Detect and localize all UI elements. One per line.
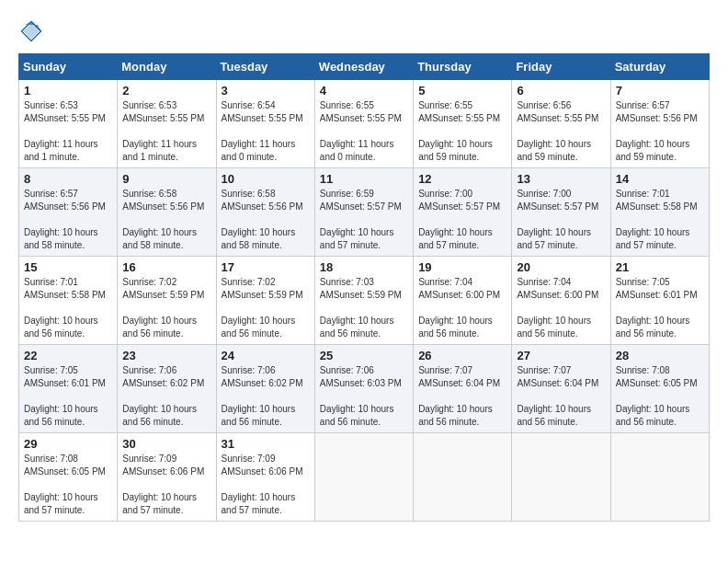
day-info: Sunrise: 7:07 AMSunset: 6:04 PMDaylight:… [517,364,605,429]
calendar-cell: 19Sunrise: 7:04 AMSunset: 6:00 PMDayligh… [414,257,512,345]
day-number: 29 [24,437,112,451]
day-number: 31 [222,437,310,451]
day-header-monday: Monday [118,54,216,80]
day-number: 2 [122,84,210,98]
day-info: Sunrise: 6:55 AMSunset: 5:55 PMDaylight:… [320,99,408,164]
calendar-week-row: 1Sunrise: 6:53 AMSunset: 5:55 PMDaylight… [19,80,710,168]
day-number: 12 [418,172,506,186]
calendar-cell: 26Sunrise: 7:07 AMSunset: 6:04 PMDayligh… [414,345,512,433]
day-number: 11 [320,172,408,186]
calendar-cell: 12Sunrise: 7:00 AMSunset: 5:57 PMDayligh… [414,168,512,257]
day-number: 10 [222,172,310,186]
calendar-cell: 20Sunrise: 7:04 AMSunset: 6:00 PMDayligh… [512,257,610,345]
day-info: Sunrise: 6:57 AMSunset: 5:56 PMDaylight:… [616,99,704,164]
day-number: 5 [418,84,506,98]
day-info: Sunrise: 6:58 AMSunset: 5:56 PMDaylight:… [122,188,210,252]
day-header-tuesday: Tuesday [216,54,314,80]
day-number: 8 [24,172,112,186]
day-number: 24 [222,349,310,362]
calendar-cell: 10Sunrise: 6:58 AMSunset: 5:56 PMDayligh… [216,168,314,257]
day-number: 25 [320,349,408,362]
calendar-cell: 15Sunrise: 7:01 AMSunset: 5:58 PMDayligh… [19,257,118,345]
day-info: Sunrise: 6:53 AMSunset: 5:55 PMDaylight:… [122,99,210,164]
calendar-cell: 14Sunrise: 7:01 AMSunset: 5:58 PMDayligh… [610,168,709,257]
day-info: Sunrise: 6:53 AMSunset: 5:55 PMDaylight:… [24,99,112,164]
calendar-cell: 4Sunrise: 6:55 AMSunset: 5:55 PMDaylight… [314,80,413,168]
day-info: Sunrise: 7:03 AMSunset: 5:59 PMDaylight:… [320,276,408,340]
day-info: Sunrise: 7:04 AMSunset: 6:00 PMDaylight:… [517,276,605,340]
calendar-cell: 7Sunrise: 6:57 AMSunset: 5:56 PMDaylight… [610,80,709,168]
day-info: Sunrise: 7:09 AMSunset: 6:06 PMDaylight:… [222,453,310,517]
day-info: Sunrise: 6:59 AMSunset: 5:57 PMDaylight:… [320,188,408,252]
day-number: 28 [616,349,704,362]
logo-icon [18,18,44,44]
calendar-cell [314,433,413,522]
calendar-cell: 6Sunrise: 6:56 AMSunset: 5:55 PMDaylight… [512,80,610,168]
calendar-week-row: 15Sunrise: 7:01 AMSunset: 5:58 PMDayligh… [19,257,710,345]
calendar-cell: 17Sunrise: 7:02 AMSunset: 5:59 PMDayligh… [216,257,314,345]
calendar-cell: 31Sunrise: 7:09 AMSunset: 6:06 PMDayligh… [216,433,314,522]
day-number: 4 [320,84,408,98]
calendar-week-row: 29Sunrise: 7:08 AMSunset: 6:05 PMDayligh… [19,433,710,522]
page-header [18,18,710,44]
logo [18,18,48,44]
calendar-cell: 16Sunrise: 7:02 AMSunset: 5:59 PMDayligh… [118,257,216,345]
calendar-cell: 11Sunrise: 6:59 AMSunset: 5:57 PMDayligh… [314,168,413,257]
day-number: 6 [517,84,605,98]
calendar-cell: 3Sunrise: 6:54 AMSunset: 5:55 PMDaylight… [216,80,314,168]
day-number: 26 [418,349,506,362]
day-number: 27 [517,349,605,362]
day-number: 13 [517,172,605,186]
day-info: Sunrise: 7:02 AMSunset: 5:59 PMDaylight:… [222,276,310,340]
day-number: 15 [24,260,112,274]
calendar-cell: 2Sunrise: 6:53 AMSunset: 5:55 PMDaylight… [118,80,216,168]
calendar-cell: 5Sunrise: 6:55 AMSunset: 5:55 PMDaylight… [414,80,512,168]
day-number: 21 [616,260,704,274]
calendar-week-row: 8Sunrise: 6:57 AMSunset: 5:56 PMDaylight… [19,168,710,257]
day-header-saturday: Saturday [610,54,709,80]
day-number: 7 [616,84,704,98]
day-info: Sunrise: 7:01 AMSunset: 5:58 PMDaylight:… [24,276,112,340]
calendar-cell: 18Sunrise: 7:03 AMSunset: 5:59 PMDayligh… [314,257,413,345]
day-info: Sunrise: 7:05 AMSunset: 6:01 PMDaylight:… [24,364,112,429]
calendar-cell [414,433,512,522]
day-info: Sunrise: 7:07 AMSunset: 6:04 PMDaylight:… [418,364,506,429]
day-header-sunday: Sunday [19,54,118,80]
day-header-wednesday: Wednesday [314,54,413,80]
day-info: Sunrise: 7:08 AMSunset: 6:05 PMDaylight:… [616,364,704,429]
day-info: Sunrise: 7:02 AMSunset: 5:59 PMDaylight:… [122,276,210,340]
day-number: 16 [122,260,210,274]
calendar-cell: 28Sunrise: 7:08 AMSunset: 6:05 PMDayligh… [610,345,709,433]
day-info: Sunrise: 7:05 AMSunset: 6:01 PMDaylight:… [616,276,704,340]
calendar-week-row: 22Sunrise: 7:05 AMSunset: 6:01 PMDayligh… [19,345,710,433]
day-info: Sunrise: 7:01 AMSunset: 5:58 PMDaylight:… [616,188,704,252]
calendar-cell: 22Sunrise: 7:05 AMSunset: 6:01 PMDayligh… [19,345,118,433]
day-info: Sunrise: 6:56 AMSunset: 5:55 PMDaylight:… [517,99,605,164]
calendar-cell: 13Sunrise: 7:00 AMSunset: 5:57 PMDayligh… [512,168,610,257]
day-info: Sunrise: 7:06 AMSunset: 6:03 PMDaylight:… [320,364,408,429]
day-header-thursday: Thursday [414,54,512,80]
day-number: 9 [122,172,210,186]
day-number: 1 [24,84,112,98]
day-info: Sunrise: 7:00 AMSunset: 5:57 PMDaylight:… [517,188,605,252]
day-info: Sunrise: 6:58 AMSunset: 5:56 PMDaylight:… [222,188,310,252]
calendar-cell [610,433,709,522]
calendar-cell: 23Sunrise: 7:06 AMSunset: 6:02 PMDayligh… [118,345,216,433]
day-header-friday: Friday [512,54,610,80]
calendar-cell: 25Sunrise: 7:06 AMSunset: 6:03 PMDayligh… [314,345,413,433]
day-number: 18 [320,260,408,274]
day-number: 3 [222,84,310,98]
day-number: 22 [24,349,112,362]
calendar-header-row: SundayMondayTuesdayWednesdayThursdayFrid… [19,54,710,80]
day-number: 20 [517,260,605,274]
day-number: 17 [222,260,310,274]
calendar-cell: 8Sunrise: 6:57 AMSunset: 5:56 PMDaylight… [19,168,118,257]
calendar-cell [512,433,610,522]
day-info: Sunrise: 6:55 AMSunset: 5:55 PMDaylight:… [418,99,506,164]
day-number: 23 [122,349,210,362]
calendar-cell: 24Sunrise: 7:06 AMSunset: 6:02 PMDayligh… [216,345,314,433]
day-info: Sunrise: 7:09 AMSunset: 6:06 PMDaylight:… [122,453,210,517]
day-info: Sunrise: 7:06 AMSunset: 6:02 PMDaylight:… [222,364,310,429]
calendar-cell: 29Sunrise: 7:08 AMSunset: 6:05 PMDayligh… [19,433,118,522]
day-info: Sunrise: 7:04 AMSunset: 6:00 PMDaylight:… [418,276,506,340]
